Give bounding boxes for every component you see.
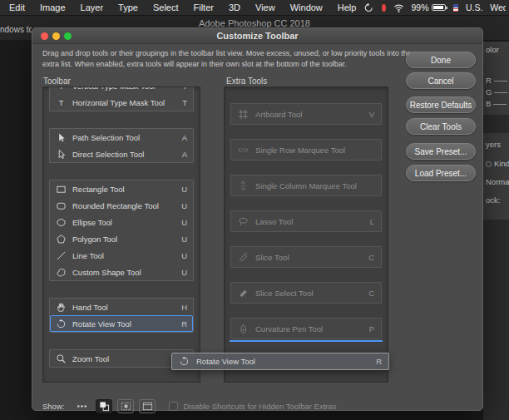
tool-shortcut: H [181,303,187,312]
extra-tool-single-row-marquee-tool[interactable]: Single Row Marquee Tool [230,139,382,161]
menubar-menus: EditImageLayerTypeSelectFilter3DViewWind… [2,0,363,16]
menubar-status: 99% U.S. Wed Jun [363,2,507,13]
menu-type[interactable]: Type [111,0,146,16]
toolbar-item-ellipse-tool[interactable]: Ellipse ToolU [50,214,193,230]
tool-shortcut: L [370,217,374,226]
screen-mode-toggle[interactable] [139,399,156,413]
extra-tool-slice-tool[interactable]: Slice ToolC [230,246,382,268]
dialog-footer: Show: Disable Shortcuts for Hidden Toolb… [42,398,474,414]
menu-select[interactable]: Select [146,0,186,16]
channel-row-b: B [486,99,507,108]
menu-3d[interactable]: 3D [221,0,248,16]
menu-window[interactable]: Window [283,0,330,16]
extra-tool-single-column-marquee-tool[interactable]: Single Column Marquee Tool [230,175,382,196]
extra-tool-artboard-tool[interactable]: Artboard ToolV [230,103,382,125]
toolbar-item-line-tool[interactable]: Line ToolU [50,247,193,264]
dialog-titlebar[interactable]: Customize Toolbar [32,28,482,44]
toolbar-item-direct-selection-tool[interactable]: Direct Selection ToolA [50,146,193,162]
horizontal-type-mask-icon: T [56,97,67,108]
customize-toolbar-dialog: Customize Toolbar Drag and drop tools or… [32,27,483,411]
button-cancel[interactable]: Cancel [406,72,476,89]
history-icon[interactable] [363,2,374,13]
menu-help[interactable]: Help [330,0,364,16]
tool-shortcut: P [369,324,374,334]
battery-indicator[interactable]: 99% [412,2,446,12]
toolbar-item-vertical-type-mask-tool[interactable]: TVertical Type Mask ToolT [50,86,193,94]
wifi-icon[interactable] [393,2,404,13]
fg-bg-colors-icon [99,401,110,412]
tool-shortcut: U [181,218,187,227]
screen-mode-icon [142,401,153,412]
toolbar-item-rectangle-tool[interactable]: Rectangle ToolU [50,180,193,197]
search-icon [486,161,492,167]
extra-tools-list[interactable]: Artboard ToolVSingle Row Marquee ToolSin… [224,86,388,383]
artboard-icon [238,109,249,120]
tool-shortcut: U [181,251,187,260]
tool-label: Custom Shape Tool [72,268,141,277]
svg-text:T: T [59,86,64,91]
tool-shortcut: T [182,86,187,91]
tool-label: Ellipse Tool [72,218,112,227]
button-clear-tools[interactable]: Clear Tools [406,118,476,135]
red-status-icon[interactable] [382,4,385,12]
line-icon [56,250,67,261]
toolbar-item-horizontal-type-mask-tool[interactable]: THorizontal Type Mask ToolT [50,94,193,111]
toolbar-item-rounded-rectangle-tool[interactable]: Rounded Rectangle ToolU [50,197,193,214]
toolbar-item-custom-shape-tool[interactable]: Custom Shape ToolU [50,264,193,280]
toolbar-list[interactable]: TVertical Type Mask ToolTTHorizontal Typ… [42,86,200,383]
polygon-icon [56,234,67,245]
layers-panel-tab[interactable]: yers [486,140,501,149]
zoom-icon [56,353,67,364]
menu-edit[interactable]: Edit [2,0,32,16]
button-done[interactable]: Done [406,52,476,68]
disable-shortcuts-checkbox[interactable] [169,402,178,411]
right-panels-fragment: olor R G B yers Kind Normal ock: [483,42,509,420]
tool-label: Rectangle Tool [72,185,125,194]
toolbar-item-path-selection-tool[interactable]: Path Selection ToolA [50,129,193,146]
tool-label: Direct Selection Tool [72,150,144,159]
tool-label: Hand Tool [72,303,108,312]
battery-icon [432,4,446,11]
extra-tools-slot-toggle[interactable] [72,399,91,413]
tool-shortcut: U [181,201,187,210]
menu-image[interactable]: Image [32,0,73,16]
toolbar-item-rotate-view-tool[interactable]: Rotate View ToolR [50,315,193,332]
toolbar-group-1: TVertical Type Mask ToolTTHorizontal Typ… [49,86,194,111]
toolbar-item-polygon-tool[interactable]: Polygon ToolU [50,230,193,247]
tool-shortcut: A [182,133,187,142]
tool-shortcut: T [182,98,187,107]
menu-filter[interactable]: Filter [186,0,221,16]
extra-tool-lasso-tool[interactable]: Lasso ToolL [230,210,382,232]
tool-label: Rounded Rectangle Tool [72,201,159,210]
input-locale[interactable]: U.S. [466,2,482,12]
button-save-preset[interactable]: Save Preset... [406,143,476,160]
vertical-type-mask-icon: T [56,86,67,91]
quick-mask-toggle[interactable] [117,399,134,413]
button-load-preset[interactable]: Load Preset... [406,165,476,181]
tool-shortcut: U [181,235,187,244]
extra-tool-slice-select-tool[interactable]: Slice Select ToolC [230,282,382,304]
tool-label: Artboard Tool [255,110,302,119]
menu-layer[interactable]: Layer [73,0,111,16]
layers-filter-kind[interactable]: Kind [486,159,509,168]
blend-mode-select[interactable]: Normal [486,177,509,186]
menubar-clock[interactable]: Wed Jun [490,2,506,12]
single-column-marquee-icon [238,180,249,191]
us-flag-icon[interactable] [453,4,458,12]
tool-label: Single Row Marquee Tool [255,146,345,155]
menu-view[interactable]: View [248,0,283,16]
dialog-description: Drag and drop tools or their groupings i… [42,48,417,69]
background-window-fragment: ndows to F [0,25,32,36]
button-restore-defaults[interactable]: Restore Defaults [406,96,476,113]
color-panel-tab[interactable]: olor [486,45,499,54]
toolbar-item-hand-tool[interactable]: Hand ToolH [50,299,193,315]
fg-bg-colors-toggle[interactable] [96,399,112,413]
custom-shape-icon [56,267,67,278]
extra-tool-curvature-pen-tool[interactable]: Curvature Pen ToolP [230,318,382,339]
direct-selection-icon [56,149,67,160]
toolbar-column-label: Toolbar [43,77,71,86]
extra-tools-column-label: Extra Tools [226,77,267,86]
ellipse-icon [56,217,67,228]
toolbar-group-2: Path Selection ToolADirect Selection Too… [49,128,194,163]
lasso-icon [238,216,249,227]
